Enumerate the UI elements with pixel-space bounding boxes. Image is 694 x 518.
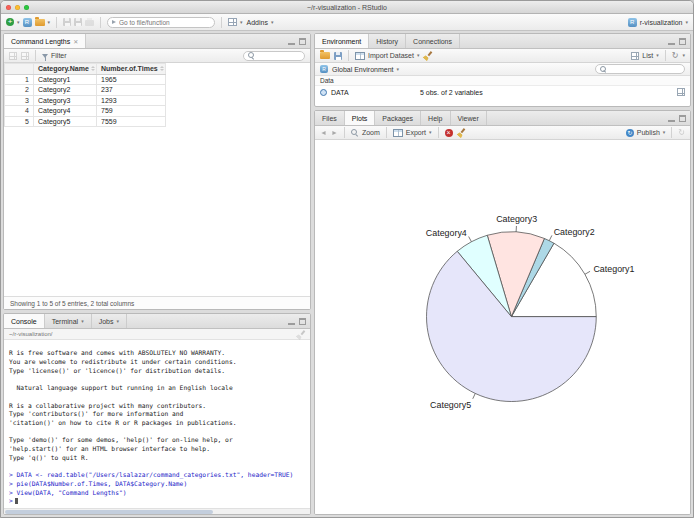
panes-caret-icon[interactable]: ▾: [240, 20, 243, 25]
tab-environment[interactable]: Environment: [315, 34, 369, 48]
minimize-pane-icon[interactable]: [668, 38, 675, 45]
table-row[interactable]: 1Category11965: [5, 74, 166, 85]
import-dataset-button[interactable]: Import Dataset ▾: [355, 52, 419, 60]
export-plot-button[interactable]: Export ▾: [393, 129, 432, 137]
save-all-icon[interactable]: [74, 18, 82, 26]
clear-console-icon[interactable]: [296, 330, 305, 339]
tab-plots[interactable]: Plots: [345, 111, 376, 125]
table-row[interactable]: 5Category57559: [5, 116, 166, 127]
tab-console[interactable]: Console: [4, 314, 45, 328]
import-dataset-caret-icon: ▾: [417, 53, 420, 58]
publish-label: Publish: [637, 129, 660, 136]
panes-icon[interactable]: [228, 18, 237, 26]
view-object-icon[interactable]: [677, 88, 685, 96]
refresh-environment-icon[interactable]: ↻: [672, 52, 679, 60]
publish-button[interactable]: ↻ Publish ▾: [626, 129, 665, 137]
console-line: [9, 375, 305, 384]
tab-viewer[interactable]: Viewer: [451, 111, 487, 125]
table-search-input[interactable]: [257, 53, 301, 59]
tab-files[interactable]: Files: [315, 111, 345, 125]
close-tab-icon[interactable]: ✕: [73, 38, 78, 45]
goto-file-box[interactable]: [107, 17, 215, 28]
new-project-icon[interactable]: R: [23, 18, 32, 27]
zoom-window-icon[interactable]: [24, 5, 29, 10]
remove-plot-icon[interactable]: ×: [445, 129, 453, 137]
open-file-icon[interactable]: [35, 19, 45, 26]
tab-history[interactable]: History: [369, 34, 406, 48]
pie-label-tick: [473, 393, 476, 398]
list-view-button[interactable]: List ▾: [631, 52, 658, 60]
row-number-header[interactable]: [5, 64, 34, 75]
minimize-pane-icon[interactable]: [668, 115, 675, 122]
open-file-caret-icon[interactable]: ▾: [48, 20, 51, 25]
project-menu[interactable]: R r-visualization ▾: [628, 18, 688, 27]
table-cell: 1293: [97, 95, 166, 106]
environment-toolbar: Import Dataset ▾ List ▾ ↻ ▾: [315, 49, 690, 63]
goto-file-input[interactable]: [119, 19, 210, 26]
print-icon[interactable]: [85, 20, 94, 26]
export-label: Export: [406, 129, 426, 136]
maximize-pane-icon[interactable]: [679, 38, 686, 45]
console-line: R is a collaborative project with many c…: [9, 402, 305, 411]
console-hscrollbar[interactable]: [4, 508, 310, 514]
minimize-pane-icon[interactable]: [288, 318, 295, 325]
environment-scope-menu[interactable]: Global Environment ▾: [332, 66, 399, 73]
maximize-pane-icon[interactable]: [679, 115, 686, 122]
minimize-window-icon[interactable]: [15, 5, 20, 10]
table-row[interactable]: 3Category31293: [5, 95, 166, 106]
filter-button[interactable]: Filter: [42, 52, 67, 59]
environment-search-box[interactable]: [595, 64, 685, 74]
save-icon[interactable]: [63, 18, 71, 26]
pie-label-tick: [585, 271, 590, 274]
scrollbar-thumb[interactable]: [5, 510, 213, 514]
close-window-icon[interactable]: [6, 5, 11, 10]
console-output[interactable]: Platform: x86_64-apple-darwin15.6.0 (64-…: [4, 340, 310, 508]
list-view-label: List: [642, 52, 653, 59]
zoom-plot-button[interactable]: Zoom: [351, 129, 380, 137]
load-workspace-icon[interactable]: [320, 52, 330, 59]
tab-label: Files: [322, 115, 337, 122]
refresh-caret-icon[interactable]: ▾: [682, 53, 685, 58]
tab-command-lengths[interactable]: Command Lengths ✕: [4, 34, 86, 48]
show-in-window-icon[interactable]: [9, 52, 17, 60]
table-row[interactable]: 2Category2237: [5, 85, 166, 96]
tab-help[interactable]: Help: [421, 111, 450, 125]
plots-tabbar: Files Plots Packages Help Viewer: [315, 111, 690, 126]
new-file-icon[interactable]: +: [6, 18, 14, 26]
new-file-caret-icon[interactable]: ▾: [17, 20, 20, 25]
column-header-number-of-times[interactable]: Number.of.Times: [97, 64, 166, 75]
minimize-pane-icon[interactable]: [288, 38, 295, 45]
popout-icon[interactable]: [21, 52, 29, 60]
tab-label: Connections: [413, 38, 452, 45]
jobs-caret-icon[interactable]: ▾: [116, 319, 119, 324]
clear-objects-icon[interactable]: [423, 51, 432, 60]
publish-caret-icon: ▾: [663, 130, 666, 135]
addins-menu[interactable]: Addins ▾: [247, 19, 274, 26]
maximize-pane-icon[interactable]: [299, 38, 306, 45]
environment-object-row[interactable]: DATA 5 obs. of 2 variables: [315, 86, 690, 98]
console-line: 'citation()' on how to cite R or R packa…: [9, 419, 305, 428]
window-title: ~/r-visualization - RStudio: [307, 4, 387, 11]
console-line: 'help.start()' for an HTML browser inter…: [9, 445, 305, 454]
refresh-plot-icon[interactable]: ↻: [678, 129, 685, 137]
column-header-category-name[interactable]: Category.Name: [34, 64, 97, 75]
terminal-caret-icon[interactable]: ▾: [81, 319, 84, 324]
table-row[interactable]: 4Category4759: [5, 106, 166, 117]
save-workspace-icon[interactable]: [334, 52, 342, 60]
clear-all-plots-icon[interactable]: [457, 128, 466, 137]
tab-packages[interactable]: Packages: [375, 111, 421, 125]
data-viewer-panel: Command Lengths ✕ Filter: [3, 33, 311, 310]
filter-icon: [42, 54, 48, 58]
environment-search-input[interactable]: [609, 66, 681, 72]
maximize-pane-icon[interactable]: [299, 318, 306, 325]
tab-connections[interactable]: Connections: [406, 34, 460, 48]
tab-jobs[interactable]: Jobs ▾: [92, 314, 127, 328]
main-toolbar: + ▾ R ▾ ▾ Addins ▾ R r-visualizat: [1, 14, 693, 31]
previous-plot-icon[interactable]: ◄: [320, 129, 327, 136]
working-directory[interactable]: ~/r-visualization/: [9, 331, 53, 337]
zoom-icon: [351, 129, 359, 137]
table-search-box[interactable]: [243, 51, 305, 61]
next-plot-icon[interactable]: ►: [331, 129, 338, 136]
console-path-bar: ~/r-visualization/: [4, 329, 310, 340]
tab-terminal[interactable]: Terminal ▾: [45, 314, 92, 328]
